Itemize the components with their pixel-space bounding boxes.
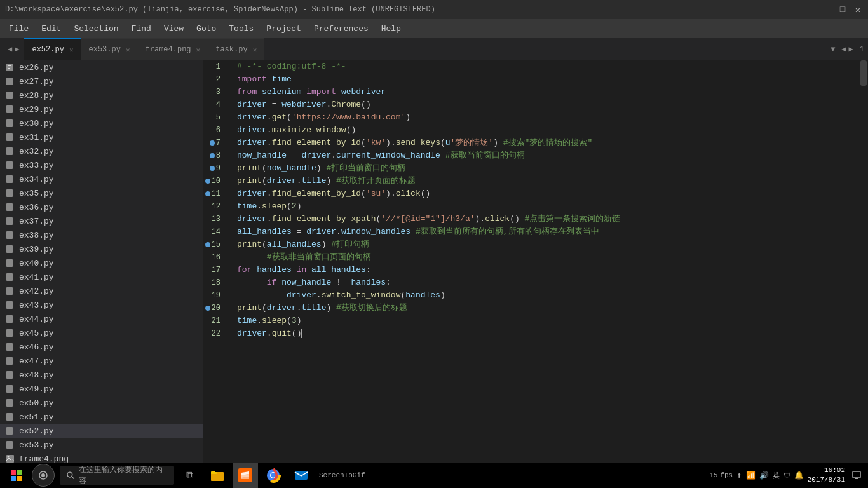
tab-ex52[interactable]: ex52.py ✕ bbox=[24, 38, 81, 60]
menu-tools[interactable]: Tools bbox=[222, 22, 260, 36]
tab-prev-arrow[interactable]: ◀ bbox=[6, 44, 13, 54]
menu-project[interactable]: Project bbox=[260, 22, 308, 36]
tab-ex52-close[interactable]: ✕ bbox=[69, 46, 74, 54]
minimize-button[interactable]: — bbox=[822, 4, 832, 15]
code-line-10: print(driver.title) #获取打开页面的标题 bbox=[237, 175, 859, 187]
svg-point-43 bbox=[41, 473, 45, 477]
sidebar-item-ex27[interactable]: ex27.py bbox=[0, 74, 203, 88]
svg-rect-57 bbox=[855, 478, 858, 479]
file-explorer-taskbar[interactable] bbox=[205, 463, 230, 488]
sidebar-item-ex45[interactable]: ex45.py bbox=[0, 326, 203, 340]
code-area[interactable]: # -*- coding:utf-8 -*- import time from … bbox=[232, 60, 859, 475]
maximize-button[interactable]: □ bbox=[837, 4, 848, 15]
sidebar-item-ex40[interactable]: ex40.py bbox=[0, 256, 203, 270]
task-view-button[interactable]: ⧉ bbox=[177, 463, 202, 488]
menu-goto[interactable]: Goto bbox=[190, 22, 222, 36]
sidebar-item-ex34[interactable]: ex34.py bbox=[0, 172, 203, 186]
file-icon bbox=[5, 230, 15, 240]
email-taskbar[interactable] bbox=[288, 463, 314, 488]
vertical-scrollbar[interactable] bbox=[859, 60, 868, 475]
sidebar-item-ex47[interactable]: ex47.py bbox=[0, 354, 203, 368]
chrome-taskbar[interactable] bbox=[261, 463, 286, 488]
svg-rect-48 bbox=[211, 471, 215, 474]
sidebar-item-ex41[interactable]: ex41.py bbox=[0, 270, 203, 284]
file-icon bbox=[5, 258, 15, 268]
sidebar-item-ex32[interactable]: ex32.py bbox=[0, 144, 203, 158]
tab-frame4[interactable]: frame4.png ✕ bbox=[138, 38, 208, 60]
file-icon bbox=[5, 342, 15, 352]
file-icon bbox=[5, 370, 15, 380]
sidebar-filename: ex50.py bbox=[19, 398, 54, 408]
input-method-icon[interactable]: 英 bbox=[773, 471, 780, 480]
sidebar-filename: ex51.py bbox=[19, 412, 54, 422]
sidebar-item-ex30[interactable]: ex30.py bbox=[0, 116, 203, 130]
sidebar-filename: ex28.py bbox=[19, 91, 54, 100]
sidebar-item-ex48[interactable]: ex48.py bbox=[0, 368, 203, 382]
sidebar-item-ex35[interactable]: ex35.py bbox=[0, 186, 203, 200]
sidebar-item-ex38[interactable]: ex38.py bbox=[0, 228, 203, 242]
code-line-20: print(driver.title) #获取切换后的标题 bbox=[237, 302, 859, 315]
tab-ex53[interactable]: ex53.py ✕ bbox=[81, 38, 138, 60]
menu-edit[interactable]: Edit bbox=[35, 22, 67, 36]
main-layout: ex26.py ex27.py ex28.py ex29.py ex30.py … bbox=[0, 60, 868, 475]
sidebar-item-ex51[interactable]: ex51.py bbox=[0, 410, 203, 424]
close-button[interactable]: ✕ bbox=[853, 4, 863, 15]
svg-rect-23 bbox=[6, 343, 13, 351]
menu-help[interactable]: Help bbox=[375, 22, 407, 36]
network-icon[interactable]: 📶 bbox=[746, 471, 756, 480]
tab-frame4-close[interactable]: ✕ bbox=[196, 46, 201, 54]
sidebar-item-ex37[interactable]: ex37.py bbox=[0, 214, 203, 228]
notification-icon[interactable]: 🔔 bbox=[794, 471, 804, 480]
windows-start-button[interactable] bbox=[4, 463, 29, 488]
line-6: 6 bbox=[203, 124, 226, 137]
sidebar-item-ex42[interactable]: ex42.py bbox=[0, 284, 203, 298]
line-16: 16 bbox=[203, 251, 226, 264]
tab-task-close[interactable]: ✕ bbox=[253, 46, 257, 54]
menu-find[interactable]: Find bbox=[125, 22, 158, 36]
sidebar-filename: ex52.py bbox=[19, 426, 54, 436]
sidebar-item-ex52[interactable]: ex52.py bbox=[0, 424, 203, 438]
taskbar-search[interactable]: 在这里输入你要搜索的内容 bbox=[60, 466, 174, 485]
sidebar[interactable]: ex26.py ex27.py ex28.py ex29.py ex30.py … bbox=[0, 60, 203, 475]
file-icon bbox=[5, 174, 15, 184]
tab-dropdown-arrow[interactable]: ▼ bbox=[827, 38, 839, 60]
split-left-arrow[interactable]: ◀ bbox=[841, 44, 846, 54]
sidebar-item-ex29[interactable]: ex29.py bbox=[0, 102, 203, 116]
taskbar-right: 15 fps ⬆ 📶 🔊 英 🛡 🔔 16:02 2017/8/31 bbox=[709, 465, 864, 485]
sidebar-item-ex33[interactable]: ex33.py bbox=[0, 158, 203, 172]
menu-preferences[interactable]: Preferences bbox=[308, 22, 375, 36]
sidebar-item-ex46[interactable]: ex46.py bbox=[0, 340, 203, 354]
tab-ex53-close[interactable]: ✕ bbox=[126, 46, 130, 54]
action-center-button[interactable] bbox=[849, 465, 864, 485]
editor-area[interactable]: 1 2 3 4 5 6 7 8 9 10 11 12 13 14 15 16 1… bbox=[203, 60, 868, 475]
menu-file[interactable]: File bbox=[3, 22, 35, 36]
antivirus-icon[interactable]: 🛡 bbox=[783, 471, 790, 480]
tab-task[interactable]: task.py ✕ bbox=[208, 38, 264, 60]
svg-rect-41 bbox=[17, 476, 22, 481]
cortana-button[interactable] bbox=[32, 464, 55, 487]
sidebar-item-ex53[interactable]: ex53.py bbox=[0, 438, 203, 452]
sidebar-item-ex26[interactable]: ex26.py bbox=[0, 60, 203, 74]
code-line-9: print(now_handle) #打印当前窗口的句柄 bbox=[237, 162, 859, 175]
sidebar-item-ex36[interactable]: ex36.py bbox=[0, 200, 203, 214]
sidebar-item-ex39[interactable]: ex39.py bbox=[0, 242, 203, 256]
taskbar-clock[interactable]: 16:02 2017/8/31 bbox=[808, 466, 845, 485]
sidebar-item-ex50[interactable]: ex50.py bbox=[0, 396, 203, 410]
sidebar-item-ex31[interactable]: ex31.py bbox=[0, 130, 203, 144]
sublime-taskbar[interactable] bbox=[233, 463, 258, 488]
sidebar-filename: ex35.py bbox=[19, 189, 54, 198]
menu-view[interactable]: View bbox=[158, 22, 190, 36]
tray-icon-1[interactable]: ⬆ bbox=[736, 470, 742, 481]
svg-rect-55 bbox=[295, 471, 308, 480]
sidebar-item-ex43[interactable]: ex43.py bbox=[0, 298, 203, 312]
tab-next-arrow[interactable]: ▶ bbox=[13, 44, 20, 54]
sidebar-item-ex28[interactable]: ex28.py bbox=[0, 88, 203, 102]
svg-rect-56 bbox=[853, 471, 860, 478]
sidebar-filename: ex33.py bbox=[19, 161, 54, 170]
split-right-arrow[interactable]: ▶ bbox=[849, 44, 853, 54]
sidebar-item-ex44[interactable]: ex44.py bbox=[0, 312, 203, 326]
menu-selection[interactable]: Selection bbox=[67, 22, 125, 36]
sidebar-item-ex49[interactable]: ex49.py bbox=[0, 382, 203, 396]
volume-icon[interactable]: 🔊 bbox=[759, 471, 769, 480]
line-11: 11 bbox=[203, 187, 226, 200]
